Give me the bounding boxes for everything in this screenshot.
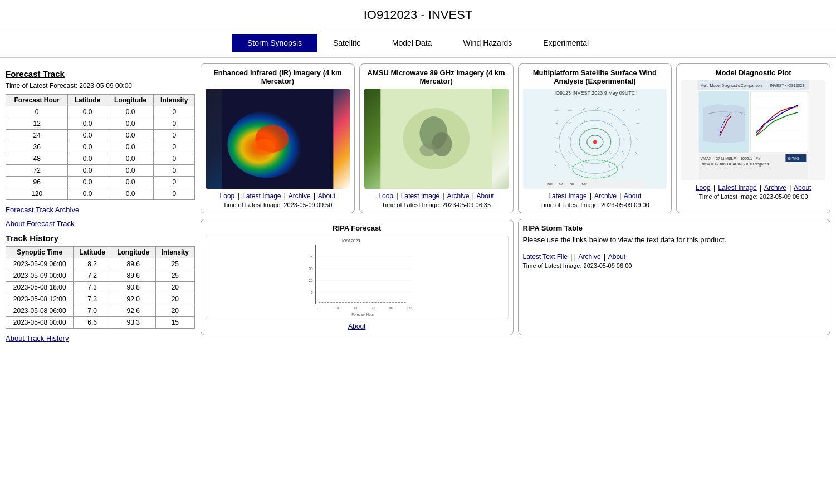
card-model-time: Time of Latest Image: 2023-05-09 06:00 (699, 193, 808, 200)
wind-header: IO9123 INVEST 2023 9 May 09UTC (554, 90, 635, 96)
right-panel: Enhanced Infrared (IR) Imagery (4 km Mer… (201, 63, 830, 345)
wind-latest-link[interactable]: Latest Image (548, 192, 586, 200)
amsu-loop-link[interactable]: Loop (378, 192, 393, 200)
svg-text:24: 24 (336, 306, 340, 310)
table-row: 2023-05-08 12:007.392.020 (6, 293, 195, 305)
card-amsu-title: AMSU Microwave 89 GHz Imagery (4 km Merc… (364, 68, 509, 85)
col-synoptic-time: Synoptic Time (6, 247, 74, 258)
card-wind-time: Time of Latest Image: 2023-05-09 09:00 (540, 202, 649, 208)
table-row: 480.00.00 (6, 153, 195, 165)
bottom-cards-row: RIPA Forecast IO912023 (201, 219, 830, 335)
table-row: 2023-05-08 18:007.390.820 (6, 282, 195, 293)
card-amsu-image (364, 89, 509, 189)
top-cards-row: Enhanced Infrared (IR) Imagery (4 km Mer… (201, 63, 830, 213)
table-row: 1200.00.00 (6, 188, 195, 200)
card-enhanced-ir-time: Time of Latest Image: 2023-05-09 09:50 (223, 202, 332, 208)
card-amsu: AMSU Microwave 89 GHz Imagery (4 km Merc… (359, 63, 514, 213)
model-about-link[interactable]: About (794, 184, 811, 192)
table-row: 2023-05-08 06:007.092.620 (6, 305, 195, 317)
svg-text:96: 96 (389, 306, 393, 310)
forecast-track-title: Forecast Track (6, 69, 195, 79)
table-row: 2023-05-09 06:008.289.625 (6, 258, 195, 270)
about-track-history-link[interactable]: About Track History (6, 334, 69, 342)
wind-archive-link[interactable]: Archive (594, 192, 617, 200)
forecast-track-table: Forecast Hour Latitude Longitude Intensi… (6, 94, 195, 200)
model-latest-link[interactable]: Latest Image (718, 184, 756, 192)
amsu-archive-link[interactable]: Archive (447, 192, 469, 200)
ripa-storm-time: Time of Latest Image: 2023-05-09 06:00 (523, 262, 632, 269)
col-forecast-hour: Forecast Hour (6, 95, 68, 106)
ir-loop-link[interactable]: Loop (220, 192, 235, 200)
col-intensity: Intensity (154, 95, 195, 106)
svg-text:IO912023: IO912023 (342, 238, 360, 243)
tab-model-data[interactable]: Model Data (377, 34, 448, 52)
col-latitude: Latitude (68, 95, 107, 106)
ir-about-link[interactable]: About (318, 192, 335, 200)
svg-text:5K: 5K (570, 183, 574, 186)
svg-text:50: 50 (309, 267, 313, 271)
page-title: IO912023 - INVEST (0, 0, 836, 28)
card-ripa-storm-links: Latest Text File | | Archive | About (523, 253, 626, 261)
card-wind-analysis: Multiplatform Satellite Surface Wind Ana… (518, 63, 672, 213)
card-model-image: Multi-Model Diagnostic Comparison INVEST… (681, 80, 825, 180)
ripa-storm-body: Please use the links below to view the t… (523, 236, 727, 244)
card-model-links: Loop | Latest Image | Archive | About (696, 184, 811, 192)
ir-archive-link[interactable]: Archive (289, 192, 311, 200)
card-ripa-title: RIPA Forecast (333, 224, 381, 232)
forecast-track-archive-link[interactable]: Forecast Track Archive (6, 205, 79, 214)
table-row: 00.00.00 (6, 106, 195, 118)
tab-experimental[interactable]: Experimental (527, 34, 604, 52)
table-row: 240.00.00 (6, 130, 195, 141)
card-wind-image: IO9123 INVEST 2023 9 May 09UTC (523, 89, 667, 189)
svg-point-3 (252, 139, 275, 155)
forecast-track-time: Time of Latest Forecast: 2023-05-09 00:0… (6, 82, 195, 90)
card-ripa-about-link-section: About (348, 322, 365, 330)
about-track-history-link-section: About Track History (6, 334, 195, 342)
svg-text:Forecast Hour: Forecast Hour (351, 312, 374, 316)
forecast-archive-link-section: Forecast Track Archive (6, 205, 195, 214)
ripa-storm-archive-link[interactable]: Archive (579, 253, 601, 261)
ripa-storm-about-link[interactable]: About (608, 253, 625, 261)
card-ripa-forecast: RIPA Forecast IO912023 (201, 219, 514, 335)
svg-text:DUL: DUL (547, 183, 554, 186)
svg-text:25: 25 (309, 278, 313, 282)
tab-storm-synopsis[interactable]: Storm Synopsis (232, 34, 317, 52)
amsu-about-link[interactable]: About (477, 192, 494, 200)
amsu-latest-link[interactable]: Latest Image (401, 192, 439, 200)
table-row: 120.00.00 (6, 118, 195, 130)
tab-wind-hazards[interactable]: Wind Hazards (447, 34, 527, 52)
model-loop-link[interactable]: Loop (696, 184, 711, 192)
ripa-storm-latest-link[interactable]: Latest Text File (523, 253, 568, 261)
card-model-diag: Model Diagnostic Plot Multi-Model Diagno… (676, 63, 830, 213)
svg-text:Multi-Model Diagnostic Compari: Multi-Model Diagnostic Comparison (701, 84, 762, 88)
wind-about-link[interactable]: About (624, 192, 641, 200)
svg-text:120: 120 (407, 306, 412, 310)
nav-bar: Storm Synopsis Satellite Model Data Wind… (0, 28, 836, 58)
about-forecast-link-section: About Forecast Track (6, 219, 195, 228)
card-amsu-links: Loop | Latest Image | Archive | About (378, 192, 494, 200)
track-history-title: Track History (6, 233, 195, 243)
table-row: 360.00.00 (6, 141, 195, 153)
col-lat-hist: Latitude (74, 247, 111, 258)
main-layout: Forecast Track Time of Latest Forecast: … (0, 58, 836, 350)
card-model-title: Model Diagnostic Plot (716, 68, 791, 77)
track-history-table: Synoptic Time Latitude Longitude Intensi… (6, 246, 195, 329)
svg-text:GITAG: GITAG (788, 156, 800, 160)
model-archive-link[interactable]: Archive (764, 184, 786, 192)
col-lon-hist: Longitude (111, 247, 155, 258)
col-longitude: Longitude (107, 95, 154, 106)
card-wind-title: Multiplatform Satellite Surface Wind Ana… (523, 68, 667, 85)
svg-text:10K: 10K (581, 183, 587, 186)
table-row: 960.00.00 (6, 177, 195, 188)
card-amsu-time: Time of Latest Image: 2023-05-09 06:35 (382, 202, 491, 208)
ripa-about-link[interactable]: About (348, 322, 365, 330)
svg-point-49 (593, 140, 597, 144)
about-forecast-track-link[interactable]: About Forecast Track (6, 219, 75, 228)
svg-text:72: 72 (371, 306, 375, 310)
tab-satellite[interactable]: Satellite (317, 34, 377, 52)
card-enhanced-ir-links: Loop | Latest Image | Archive | About (220, 192, 336, 200)
card-ripa-image: IO912023 0 25 50 75 (206, 236, 509, 319)
ir-latest-link[interactable]: Latest Image (242, 192, 281, 200)
svg-text:0: 0 (311, 291, 313, 295)
svg-text:48: 48 (354, 306, 357, 310)
